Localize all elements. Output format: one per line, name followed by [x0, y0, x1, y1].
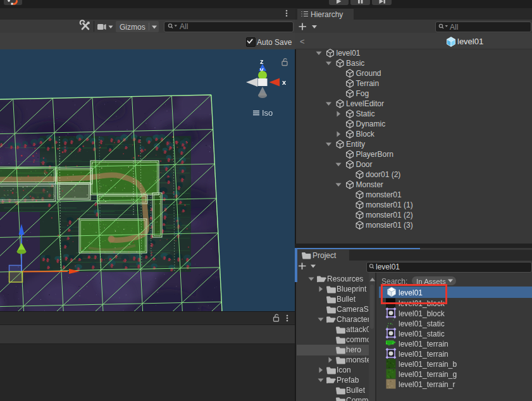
svg-text:z: z	[260, 58, 264, 65]
svg-text:x: x	[282, 78, 287, 86]
svg-text:Iso: Iso	[262, 108, 273, 118]
